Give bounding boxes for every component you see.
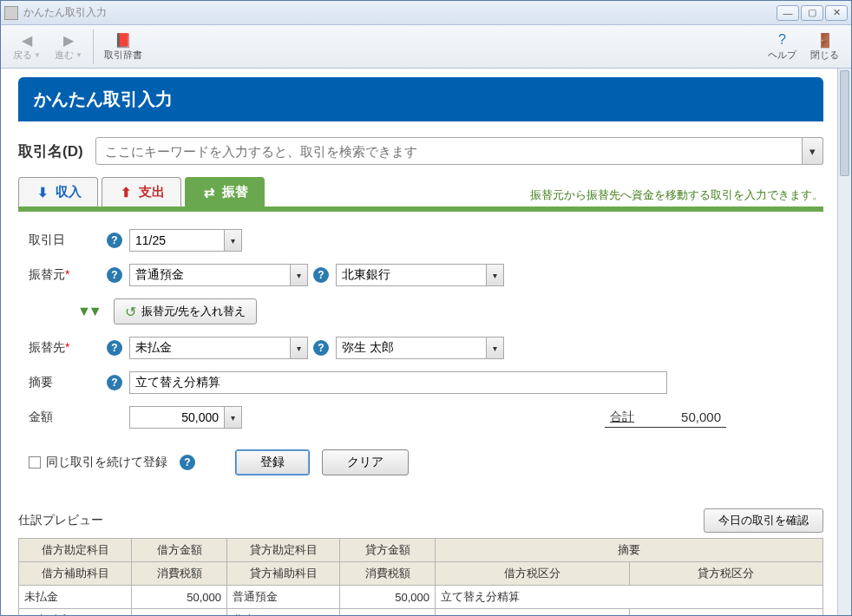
help-icon-from[interactable]: ? xyxy=(107,267,122,283)
register-button[interactable]: 登録 xyxy=(235,449,310,475)
from-account-input[interactable] xyxy=(129,264,291,286)
book-icon: 📕 xyxy=(115,31,132,49)
help-icon-to[interactable]: ? xyxy=(107,340,122,356)
table-row: 弥生 太郎 北東銀行 xyxy=(19,609,823,616)
search-dropdown[interactable]: ▾ xyxy=(803,137,823,165)
app-window: かんたん取引入力 — ▢ ✕ ◀ 戻る▼ ▶ 進む▼ 📕 取引辞書 ? ヘルプ … xyxy=(0,0,852,616)
help-icon-from-bank[interactable]: ? xyxy=(313,267,329,283)
expense-icon: ⬆ xyxy=(118,185,134,200)
to-party-input[interactable] xyxy=(336,337,487,359)
maximize-button[interactable]: ▢ xyxy=(801,5,823,21)
tab-income[interactable]: ⬇ 収入 xyxy=(18,177,98,206)
forward-dropdown-icon[interactable]: ▼ xyxy=(75,51,82,59)
income-icon: ⬇ xyxy=(35,185,50,200)
continue-checkbox-label[interactable]: 同じ取引を続けて登録 xyxy=(29,455,167,470)
amount-label: 金額 xyxy=(29,410,107,425)
content-area: かんたん取引入力 取引名(D) ▾ ⬇ 収入 ⬆ 支出 ⇄ 振替 xyxy=(1,69,837,615)
tab-hint: 振替元から振替先へ資金を移動する取引を入力できます。 xyxy=(530,187,823,206)
continue-checkbox[interactable] xyxy=(29,456,41,469)
from-label: 振替元* xyxy=(29,267,107,283)
table-row: 未払金 50,000 普通預金 50,000 立て替え分精算 xyxy=(19,586,823,609)
dictionary-button[interactable]: 📕 取引辞書 xyxy=(97,29,149,63)
to-party-dropdown[interactable]: ▾ xyxy=(487,337,504,359)
help-icon-date[interactable]: ? xyxy=(107,233,122,248)
from-bank-dropdown[interactable]: ▾ xyxy=(487,264,504,286)
date-label: 取引日 xyxy=(29,233,107,248)
to-account-dropdown[interactable]: ▾ xyxy=(291,337,308,359)
total-label: 合計 xyxy=(610,410,634,425)
toolbar-separator xyxy=(93,29,94,64)
th-credit-account: 貸方勘定科目 xyxy=(227,539,340,562)
from-account-dropdown[interactable]: ▾ xyxy=(291,264,308,286)
window-title: かんたん取引入力 xyxy=(23,5,777,20)
help-button[interactable]: ? ヘルプ xyxy=(761,29,803,63)
amount-input[interactable] xyxy=(129,406,225,429)
amount-dropdown[interactable]: ▾ xyxy=(225,406,242,429)
close-tool-button[interactable]: 🚪 閉じる xyxy=(803,29,846,63)
th-credit-amount: 貸方金額 xyxy=(340,539,436,562)
app-icon xyxy=(4,6,18,20)
th-credit-tax: 消費税額 xyxy=(340,562,436,586)
toolbar: ◀ 戻る▼ ▶ 進む▼ 📕 取引辞書 ? ヘルプ 🚪 閉じる xyxy=(1,25,851,69)
back-button[interactable]: ◀ 戻る▼ xyxy=(6,29,48,63)
back-arrow-icon: ◀ xyxy=(18,31,36,49)
th-debit-account: 借方勘定科目 xyxy=(19,539,132,562)
th-summary: 摘要 xyxy=(436,539,823,562)
to-label: 振替先* xyxy=(29,340,107,356)
forward-arrow-icon: ▶ xyxy=(60,31,77,49)
scrollbar[interactable] xyxy=(837,69,851,615)
date-dropdown[interactable]: ▾ xyxy=(225,229,242,252)
help-icon: ? xyxy=(774,31,791,49)
forward-button[interactable]: ▶ 進む▼ xyxy=(48,29,89,63)
from-bank-input[interactable] xyxy=(336,264,487,286)
down-arrows-icon: ▼▼ xyxy=(77,304,100,319)
clear-button[interactable]: クリア xyxy=(322,449,409,475)
search-label: 取引名(D) xyxy=(18,141,83,161)
search-input[interactable] xyxy=(95,137,803,165)
th-debit-amount: 借方金額 xyxy=(132,539,227,562)
preview-table: 借方勘定科目 借方金額 貸方勘定科目 貸方金額 摘要 借方補助科目 消費税額 貸… xyxy=(18,538,823,615)
help-icon-continue[interactable]: ? xyxy=(180,455,195,470)
help-icon-to-party[interactable]: ? xyxy=(313,340,329,356)
titlebar: かんたん取引入力 — ▢ ✕ xyxy=(1,1,851,25)
minimize-button[interactable]: — xyxy=(777,5,799,21)
date-input[interactable] xyxy=(129,229,225,252)
today-transactions-button[interactable]: 今日の取引を確認 xyxy=(704,508,823,533)
summary-input[interactable] xyxy=(129,371,667,394)
tab-transfer[interactable]: ⇄ 振替 xyxy=(185,177,265,206)
swap-button[interactable]: ↺ 振替元/先を入れ替え xyxy=(114,298,258,324)
th-credit-sub: 貸方補助科目 xyxy=(227,562,340,586)
tabs: ⬇ 収入 ⬆ 支出 ⇄ 振替 振替元から振替先へ資金を移動する取引を入力できます… xyxy=(18,177,823,212)
th-credit-class: 貸方税区分 xyxy=(629,562,823,586)
th-debit-sub: 借方補助科目 xyxy=(19,562,132,586)
swap-icon: ↺ xyxy=(125,304,136,320)
th-debit-tax: 消費税額 xyxy=(132,562,227,586)
back-dropdown-icon[interactable]: ▼ xyxy=(34,51,41,59)
to-account-input[interactable] xyxy=(129,337,291,359)
th-debit-class: 借方税区分 xyxy=(436,562,630,586)
help-icon-summary[interactable]: ? xyxy=(107,375,122,390)
page-banner: かんたん取引入力 xyxy=(18,77,823,121)
tab-expense[interactable]: ⬆ 支出 xyxy=(102,177,181,206)
preview-title: 仕訳プレビュー xyxy=(18,513,103,528)
total-box: 合計 50,000 xyxy=(605,408,726,428)
close-button[interactable]: ✕ xyxy=(825,5,848,21)
total-value: 50,000 xyxy=(652,410,721,424)
summary-label: 摘要 xyxy=(29,375,107,390)
transfer-icon: ⇄ xyxy=(201,185,217,200)
door-icon: 🚪 xyxy=(816,31,834,49)
